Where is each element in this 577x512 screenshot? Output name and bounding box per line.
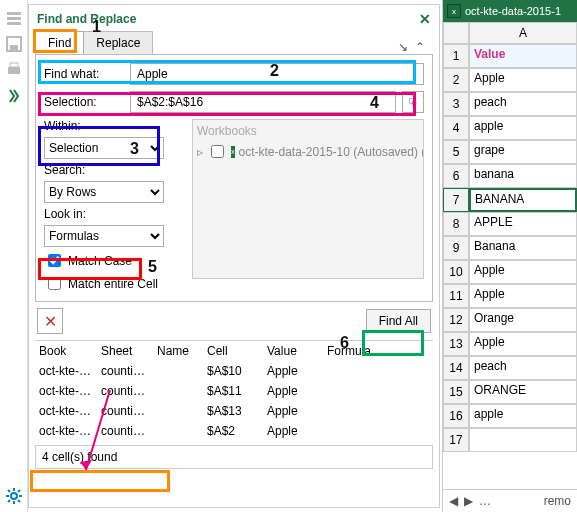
find-what-input[interactable] (130, 63, 424, 85)
cell[interactable]: ORANGE (469, 380, 577, 404)
svg-rect-6 (10, 63, 18, 67)
match-entire-label: Match entire Cell (68, 277, 158, 291)
selection-input[interactable] (130, 91, 396, 113)
svg-point-7 (11, 493, 17, 499)
table-row[interactable]: oct-kte-…counti…$A$2Apple (35, 421, 433, 441)
td-name (153, 421, 203, 441)
sheet-more[interactable]: … (479, 494, 491, 508)
within-select[interactable]: Selection (44, 137, 164, 159)
row-header[interactable]: 4 (443, 116, 469, 140)
row-header[interactable]: 2 (443, 68, 469, 92)
row-header[interactable]: 12 (443, 308, 469, 332)
col-header-a[interactable]: A (469, 22, 577, 44)
match-entire-input[interactable] (48, 277, 61, 290)
row-header[interactable]: 15 (443, 380, 469, 404)
td-name (153, 401, 203, 421)
cell[interactable]: APPLE (469, 212, 577, 236)
cell[interactable]: banana (469, 164, 577, 188)
match-case-checkbox[interactable]: Match Case (44, 251, 184, 270)
search-label: Search: (44, 163, 184, 177)
find-all-button[interactable]: Find All (366, 309, 431, 333)
row-header[interactable]: 1 (443, 44, 469, 68)
th-name[interactable]: Name (153, 341, 203, 361)
row-header[interactable]: 8 (443, 212, 469, 236)
th-value[interactable]: Value (263, 341, 323, 361)
cell[interactable] (469, 428, 577, 452)
status-bar: 4 cell(s) found (35, 445, 433, 469)
left-tool-strip (0, 0, 28, 512)
th-cell[interactable]: Cell (203, 341, 263, 361)
cell[interactable]: apple (469, 116, 577, 140)
workbook-tab[interactable]: x oct-kte-data-2015-1 (443, 0, 577, 22)
cell[interactable]: Apple (469, 68, 577, 92)
tree-node[interactable]: ▹ x oct-kte-data-2015-10 (Autosaved) (Au (197, 142, 419, 161)
search-select[interactable]: By Rows (44, 181, 164, 203)
cell[interactable]: peach (469, 92, 577, 116)
sheet-label[interactable]: remo (544, 494, 571, 508)
td-name (153, 381, 203, 401)
delete-button[interactable]: ✕ (37, 308, 63, 334)
td-sheet: counti… (97, 401, 153, 421)
td-cell: $A$13 (203, 401, 263, 421)
svg-rect-1 (7, 17, 21, 20)
settings-icon[interactable] (6, 488, 22, 504)
cell[interactable]: Apple (469, 260, 577, 284)
match-entire-checkbox[interactable]: Match entire Cell (44, 274, 184, 293)
td-value: Apple (263, 361, 323, 381)
table-row[interactable]: oct-kte-…counti…$A$13Apple (35, 401, 433, 421)
match-case-label: Match Case (68, 254, 132, 268)
td-formula (323, 361, 433, 381)
row-header[interactable]: 9 (443, 236, 469, 260)
row-header[interactable]: 3 (443, 92, 469, 116)
sheet-prev-icon[interactable]: ◀ (449, 494, 458, 508)
cell[interactable]: apple (469, 404, 577, 428)
cell[interactable]: grape (469, 140, 577, 164)
cell[interactable]: Orange (469, 308, 577, 332)
cell[interactable]: Banana (469, 236, 577, 260)
row-header[interactable]: 6 (443, 164, 469, 188)
th-formula[interactable]: Formula (323, 341, 433, 361)
row-header[interactable]: 7 (443, 188, 469, 212)
td-value: Apple (263, 421, 323, 441)
cell[interactable]: Apple (469, 332, 577, 356)
excel-icon: x (447, 4, 461, 18)
td-sheet: counti… (97, 381, 153, 401)
lookin-select[interactable]: Formulas (44, 225, 164, 247)
tab-find[interactable]: Find (35, 31, 84, 54)
row-header[interactable]: 14 (443, 356, 469, 380)
workbook-tree[interactable]: Workbooks ▹ x oct-kte-data-2015-10 (Auto… (192, 119, 424, 279)
th-book[interactable]: Book (35, 341, 97, 361)
row-header[interactable]: 13 (443, 332, 469, 356)
sheet-nav: ◀ ▶ … remo (443, 489, 577, 512)
within-label: Within: (44, 119, 184, 133)
save-icon[interactable] (6, 36, 22, 52)
row-header[interactable]: 17 (443, 428, 469, 452)
pane-title: Find and Replace (37, 12, 136, 26)
cell[interactable]: peach (469, 356, 577, 380)
table-row[interactable]: oct-kte-…counti…$A$10Apple (35, 361, 433, 381)
match-case-input[interactable] (48, 254, 61, 267)
results-table: Book Sheet Name Cell Value Formula oct-k… (35, 340, 433, 441)
tree-expand-icon[interactable]: ▹ (197, 145, 203, 159)
find-icon[interactable] (6, 88, 22, 104)
row-header[interactable]: 16 (443, 404, 469, 428)
row-header[interactable]: 11 (443, 284, 469, 308)
row-header[interactable]: 10 (443, 260, 469, 284)
select-all-corner[interactable] (443, 22, 469, 44)
tab-replace[interactable]: Replace (83, 31, 153, 54)
table-row[interactable]: oct-kte-…counti…$A$11Apple (35, 381, 433, 401)
cell[interactable]: Value (469, 44, 577, 68)
range-picker-button[interactable] (402, 91, 424, 113)
row-header[interactable]: 5 (443, 140, 469, 164)
cell[interactable]: BANANA (469, 188, 577, 212)
th-sheet[interactable]: Sheet (97, 341, 153, 361)
td-book: oct-kte-… (35, 361, 97, 381)
print-icon[interactable] (6, 62, 22, 78)
grid[interactable]: A 1Value2Apple3peach4apple5grape6banana7… (443, 22, 577, 489)
tree-node-checkbox[interactable] (211, 145, 224, 158)
cell[interactable]: Apple (469, 284, 577, 308)
sheet-next-icon[interactable]: ▶ (464, 494, 473, 508)
collapse-toggles[interactable]: ↘ ⌃ (398, 40, 433, 54)
close-icon[interactable]: ✕ (419, 11, 431, 27)
nav-icon[interactable] (6, 10, 22, 26)
